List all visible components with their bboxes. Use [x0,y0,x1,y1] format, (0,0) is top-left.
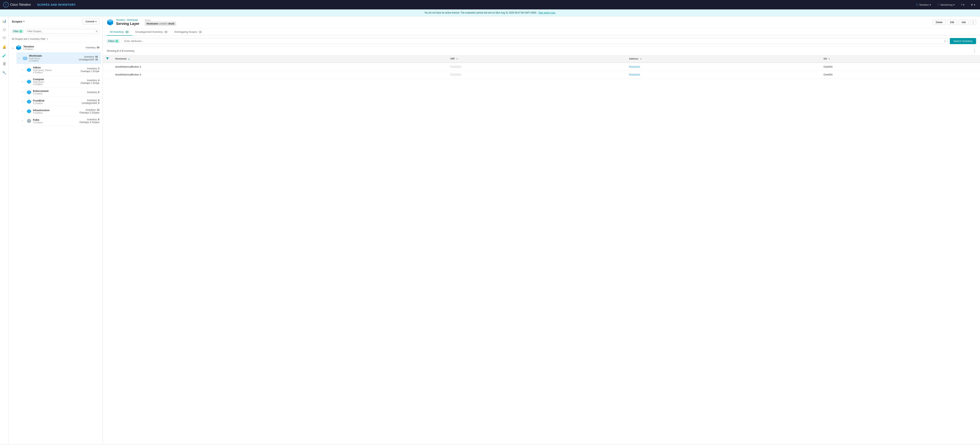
table-row[interactable]: druidHistoricalBroker-1 Redacted Redacte… [103,63,980,71]
infrastructure-counts: Inventory: 13 Overlaps 2 Scopes [80,108,99,114]
row1-hostname: druidHistoricalBroker-1 [112,63,447,71]
frontend-scope-item[interactable]: › FrontEnd 3 Children Inventory: 9 Uncat… [21,97,102,106]
tab-all-label: All Inventory [110,30,124,33]
query-field: Hostname [146,22,158,25]
more-actions-button[interactable]: ⋮ [970,20,976,25]
inventory-filter-bar: Filters ? ✕ Search Inventory [103,36,980,47]
attribute-input-wrap: ✕ [122,38,948,44]
alert-icon[interactable]: 🔔 [2,44,7,49]
search-inventory-button[interactable]: Search Inventory [950,38,976,44]
frontend-expand-icon[interactable]: › [22,101,25,103]
kube-scope-item[interactable]: › Kube 0 Children Inventory: 6 Ove [21,116,102,126]
delete-button[interactable]: Delete [933,20,945,25]
svg-rect-7 [24,56,27,57]
compute-sub: Draft Query [33,81,79,83]
workloads-expand-icon[interactable]: ⌄ [18,57,21,59]
dashboard-icon[interactable]: 📊 [2,19,7,23]
tab-all-inventory[interactable]: All Inventory 2 [107,29,132,36]
settings-menu[interactable]: ⚙ ▾ [969,3,977,7]
adhoc-scope-item[interactable]: › Adhoc Draft Query, Parent 4 Children I… [21,64,102,76]
tab-uncategorized-inventory[interactable]: Uncategorized Inventory 0 [132,29,171,36]
query-section: Query Hostname contains druid [145,19,176,25]
monitoring-menu[interactable]: ♡ Monitoring ▾ [936,2,956,7]
row1-address: Redacted [626,63,821,71]
help-menu[interactable]: ? ▾ [959,3,966,7]
table-body: druidHistoricalBroker-1 Redacted Redacte… [103,63,980,79]
help-icon: ? [961,3,963,6]
logo: T Cisco Tetration [3,2,31,8]
workloads-children: 9 Children [29,60,77,62]
inventory-table: Hostname ▲ VRF ⇅ Address ⇅ OS [103,55,980,79]
edit-button[interactable]: Edit [947,20,957,25]
vrf-col-header[interactable]: VRF ⇅ [447,55,626,63]
query-label: Query [145,19,176,21]
row1-address-value: Redacted [629,65,640,68]
settings-dropdown-icon: ▾ [974,3,975,6]
workloads-cube-icon [23,56,27,60]
compute-expand-icon[interactable]: › [22,81,25,83]
filters-button[interactable]: Filters ? [107,39,120,43]
enforcement-cube-icon [27,90,31,95]
workloads-info: Workloads Draft Query 9 Children [29,54,77,62]
row2-vrf: Redacted [447,71,626,79]
workloads-children-list: › Adhoc Draft Query, Parent 4 Children I… [16,64,102,126]
add-button[interactable]: Add [959,20,969,25]
showing-text: Showing 2 of 2 inventory [107,49,134,52]
scope-breadcrumb[interactable]: Tetration : Workloads [116,19,139,21]
tetration-counts: Inventory: 59 [86,46,99,49]
tab-overlapping-scopes[interactable]: Overlapping Scopes 1 [171,29,205,36]
instance-label: Tetration [919,3,929,6]
shield-icon[interactable]: 🛡 [2,36,7,41]
tetration-scope-item[interactable]: ⌄ Tetration 5 Children Inventory: 59 [9,42,102,52]
compute-scope-item[interactable]: › Compute Draft Query 3 Children Invento… [21,76,102,87]
take-action-link[interactable]: Take action now. [538,11,556,14]
enforcement-name: Enforcement [33,89,86,92]
compute-info: Compute Draft Query 3 Children [33,78,79,86]
table-header: Hostname ▲ VRF ⇅ Address ⇅ OS [103,55,980,63]
adhoc-expand-icon[interactable]: › [22,69,25,71]
table-row[interactable]: druidHistoricalBroker-2 Redacted Redacte… [103,71,980,79]
infrastructure-children: 4 Children [33,112,78,114]
filter-scopes-input[interactable] [25,29,99,34]
filter-clear-icon[interactable]: ✕ [95,30,98,33]
lab-icon[interactable]: 🧪 [2,53,7,58]
os-sort-icon: ⇅ [828,58,830,60]
adhoc-info: Adhoc Draft Query, Parent 4 Children [33,66,79,74]
infrastructure-scope-item[interactable]: › Infrastructure 4 Children Inventory: 1… [21,106,102,116]
scopes-dropdown-icon[interactable]: ▾ [23,20,24,23]
wrench-icon[interactable]: 🔧 [2,70,7,75]
page-title: SCOPES AND INVENTORY [37,3,76,6]
enforcement-scope-item[interactable]: › Enforcement 2 Children Inventory: 0 [21,87,102,97]
svg-marker-10 [27,91,31,94]
tetration-children: 5 Children [23,48,84,50]
svg-marker-11 [27,100,31,104]
cisco-tetration-logo-icon: T [3,2,9,8]
address-col-header[interactable]: Address ⇅ [626,55,821,63]
scopes-count: 46 Scopes and 1 Inventory Filter ℹ [9,36,102,42]
frontend-children: 3 Children [33,102,80,105]
tetration-cube-icon [16,44,22,51]
os-col-header[interactable]: OS ⇅ [821,55,980,63]
filter-button[interactable]: Filter ? [12,29,24,33]
enforcement-expand-icon[interactable]: › [22,91,25,93]
svg-marker-8 [27,68,31,72]
topology-icon[interactable]: ⬡ [2,27,7,32]
row2-filter-cell [103,71,112,79]
infrastructure-expand-icon[interactable]: › [22,110,25,113]
filter-bar: Filter ? ✕ [9,27,102,36]
storage-icon[interactable]: 🗄 [2,62,7,67]
workloads-scope-item[interactable]: ⌄ Workloads Draft Query 9 Children Inven… [16,52,101,64]
kube-name: Kube [33,118,78,121]
hostname-col-header[interactable]: Hostname ▲ [112,55,447,63]
infrastructure-cube-icon [27,109,31,114]
kube-children: 0 Children [33,121,78,124]
tetration-expand-icon[interactable]: ⌄ [12,46,14,49]
workloads-counts: Inventory: 56 Uncategorized: 19 [79,56,98,61]
svg-marker-9 [27,80,31,84]
kube-expand-icon[interactable]: › [22,120,25,122]
table-more-icon[interactable]: ⋮ [972,49,976,53]
attribute-filter-input[interactable] [122,38,948,44]
instance-selector[interactable]: ⬡ Tetration ▾ [914,2,932,7]
commit-button[interactable]: Commit ▾ [83,19,99,24]
attr-clear-icon[interactable]: ✕ [944,39,946,43]
